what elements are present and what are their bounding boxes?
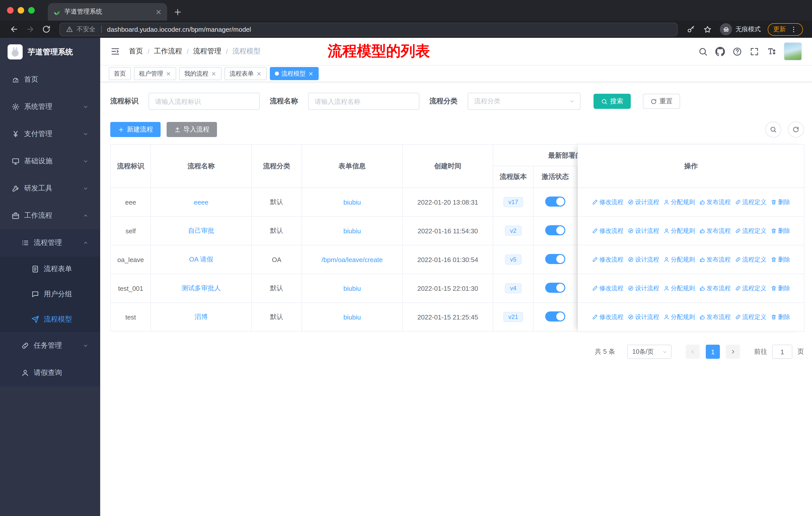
action-definition-link[interactable]: 流程定义 [735,226,766,235]
action-design-link[interactable]: 设计流程 [628,284,659,293]
import-process-button[interactable]: 导入流程 [167,122,217,137]
form-info-link[interactable]: /bpm/oa/leave/create [322,256,383,263]
show-search-button[interactable] [765,121,781,138]
active-status-toggle[interactable] [545,196,565,206]
reset-button[interactable]: 重置 [643,94,680,109]
user-avatar[interactable] [784,42,802,60]
page-number-button[interactable]: 1 [706,345,720,359]
form-info-link[interactable]: biubiu [343,227,361,235]
incognito-badge[interactable]: 无痕模式 [720,23,761,35]
tag-view-首页[interactable]: 首页 [109,67,131,80]
page-size-select[interactable]: 10条/页 [627,345,671,359]
action-definition-link[interactable]: 流程定义 [735,284,766,293]
process-category-select[interactable]: 流程分类 [468,93,580,110]
new-tab-button[interactable] [173,7,182,17]
tag-view-流程表单[interactable]: 流程表单 [225,67,267,80]
action-design-link[interactable]: 设计流程 [628,198,659,206]
browser-update-button[interactable]: 更新 [768,23,803,35]
action-definition-link[interactable]: 流程定义 [735,198,766,206]
action-assign-link[interactable]: 分配规则 [663,198,695,206]
sidebar-fold-icon[interactable] [110,46,120,56]
github-icon[interactable] [715,47,725,56]
sidebar-item-process-model[interactable]: 流程模型 [0,307,100,332]
sidebar-item-task-manage[interactable]: 任务管理 [0,332,100,359]
sidebar-item-process-form[interactable]: 流程表单 [0,256,100,282]
action-edit-link[interactable]: 修改流程 [592,313,624,321]
goto-page-input[interactable] [772,345,792,359]
close-icon[interactable] [308,71,314,76]
active-status-toggle[interactable] [545,282,565,293]
close-icon[interactable] [256,71,262,76]
sidebar-item-workflow[interactable]: 工作流程 [0,202,100,229]
action-delete-link[interactable]: 删除 [771,284,790,293]
forward-button[interactable] [26,25,35,34]
sidebar-item-devtools[interactable]: 研发工具 [0,175,100,202]
address-bar[interactable]: 不安全 dashboard.yudao.iocoder.cn/bpm/manag… [59,22,677,36]
action-assign-link[interactable]: 分配规则 [663,226,695,235]
minimize-window-button[interactable] [18,7,24,13]
search-button[interactable]: 搜索 [593,94,631,109]
refresh-table-button[interactable] [788,121,804,138]
sidebar-item-leave-query[interactable]: 请假查询 [0,359,100,386]
action-publish-link[interactable]: 发布流程 [699,198,731,206]
security-warning-icon[interactable] [66,26,73,33]
form-info-link[interactable]: biubiu [343,198,361,206]
sidebar-item-infra[interactable]: 基础设施 [0,147,100,175]
action-assign-link[interactable]: 分配规则 [663,255,695,264]
breadcrumb-item[interactable]: 首页 [129,47,143,56]
action-edit-link[interactable]: 修改流程 [592,255,624,264]
browser-tab[interactable]: 芋道管理系统 [48,3,167,21]
tag-view-我的流程[interactable]: 我的流程 [179,67,222,80]
process-name-link[interactable]: eeee [194,198,208,206]
bookmark-star-icon[interactable] [703,25,712,33]
active-status-toggle[interactable] [545,254,565,264]
process-name-link[interactable]: OA 请假 [189,255,213,263]
active-status-toggle[interactable] [545,311,565,321]
action-delete-link[interactable]: 删除 [771,226,790,235]
tag-view-租户管理[interactable]: 租户管理 [134,67,176,80]
action-design-link[interactable]: 设计流程 [628,226,659,235]
password-key-icon[interactable] [687,25,695,33]
action-publish-link[interactable]: 发布流程 [699,284,731,293]
next-page-button[interactable] [726,345,740,359]
sidebar-item-home[interactable]: 首页 [0,66,100,93]
back-button[interactable] [9,25,19,34]
sidebar-item-system[interactable]: 系统管理 [0,93,100,120]
action-assign-link[interactable]: 分配规则 [663,313,695,321]
font-size-icon[interactable] [767,47,776,56]
action-design-link[interactable]: 设计流程 [628,313,659,321]
browser-menu-dots-icon[interactable] [790,25,798,33]
close-icon[interactable] [211,71,216,76]
tab-close-icon[interactable] [155,8,162,16]
action-assign-link[interactable]: 分配规则 [663,284,695,293]
action-edit-link[interactable]: 修改流程 [592,284,624,293]
reload-button[interactable] [42,25,51,34]
action-publish-link[interactable]: 发布流程 [699,226,731,235]
action-publish-link[interactable]: 发布流程 [699,255,731,264]
action-design-link[interactable]: 设计流程 [628,255,659,264]
fullscreen-icon[interactable] [750,47,759,56]
action-edit-link[interactable]: 修改流程 [592,198,624,206]
action-definition-link[interactable]: 流程定义 [735,313,766,321]
search-icon[interactable] [698,47,708,56]
process-id-input[interactable] [148,93,260,110]
action-publish-link[interactable]: 发布流程 [699,313,731,321]
process-name-input[interactable] [308,93,419,110]
action-edit-link[interactable]: 修改流程 [592,226,624,235]
process-name-link[interactable]: 自己审批 [188,227,214,234]
process-name-link[interactable]: 测试多审批人 [181,284,221,292]
create-process-button[interactable]: 新建流程 [110,122,161,137]
close-window-button[interactable] [7,7,13,13]
form-info-link[interactable]: biubiu [343,284,361,292]
breadcrumb-item[interactable]: 工作流程 [154,47,182,56]
breadcrumb-item[interactable]: 流程管理 [193,47,222,56]
sidebar-item-user-group[interactable]: 用户分组 [0,282,100,307]
action-delete-link[interactable]: 删除 [771,255,790,264]
active-status-toggle[interactable] [545,225,565,235]
action-definition-link[interactable]: 流程定义 [735,255,766,264]
form-info-link[interactable]: biubiu [343,313,361,321]
process-name-link[interactable]: 滔博 [195,313,208,321]
sidebar-item-payment[interactable]: 支付管理 [0,120,100,147]
sidebar-item-process-manage[interactable]: 流程管理 [0,229,100,256]
action-delete-link[interactable]: 删除 [771,313,790,321]
